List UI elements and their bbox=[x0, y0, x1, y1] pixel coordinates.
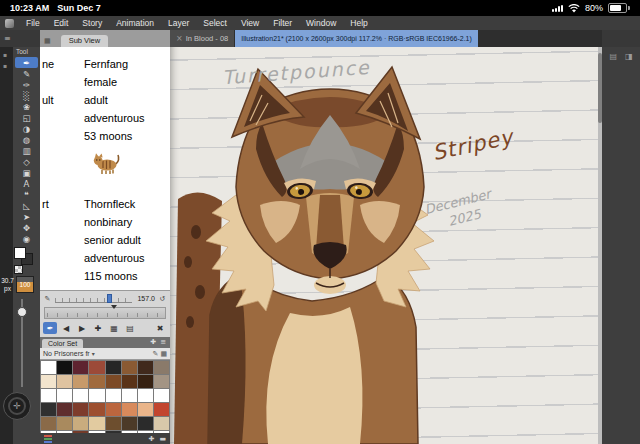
color-swatch[interactable] bbox=[57, 403, 72, 416]
color-swatch[interactable] bbox=[41, 375, 56, 388]
color-swatch[interactable] bbox=[106, 375, 121, 388]
color-swatch[interactable] bbox=[138, 417, 153, 430]
tool-property-slider-thumb[interactable] bbox=[107, 294, 112, 303]
next-step-icon[interactable]: ▶ bbox=[75, 322, 89, 334]
menu-item-window[interactable]: Window bbox=[299, 18, 343, 28]
frame-tool[interactable]: ▣ bbox=[15, 167, 38, 178]
prev-step-icon[interactable]: ◀ bbox=[59, 322, 73, 334]
subview-panel[interactable]: Fernfangfemaleadultadventurous53 moons T… bbox=[40, 47, 170, 290]
close-tab-icon[interactable]: × bbox=[176, 34, 183, 43]
color-swatch[interactable] bbox=[154, 389, 169, 402]
eraser-tool[interactable]: ◱ bbox=[15, 112, 38, 123]
menu-item-edit[interactable]: Edit bbox=[47, 18, 76, 28]
figure-tool[interactable]: ◇ bbox=[15, 156, 38, 167]
add-palette-icon[interactable]: ✚ bbox=[150, 338, 156, 346]
companion-wheel[interactable]: ✛ bbox=[3, 392, 31, 420]
grid-view-icon[interactable]: ▦ bbox=[107, 322, 121, 334]
fill-tool[interactable]: ◍ bbox=[15, 134, 38, 145]
color-swatch[interactable] bbox=[122, 361, 137, 374]
menu-item-select[interactable]: Select bbox=[196, 18, 234, 28]
color-swatch[interactable] bbox=[73, 389, 88, 402]
add-preset-icon[interactable]: ✚ bbox=[91, 322, 105, 334]
menu-item-file[interactable]: File bbox=[19, 18, 47, 28]
color-swatch[interactable] bbox=[73, 417, 88, 430]
color-swatch[interactable] bbox=[57, 361, 72, 374]
color-swatch[interactable] bbox=[41, 403, 56, 416]
color-swatch[interactable] bbox=[138, 389, 153, 402]
tab-in-blood[interactable]: × In Blood - 08 bbox=[170, 30, 234, 47]
menu-item-layer[interactable]: Layer bbox=[161, 18, 196, 28]
color-swatch[interactable] bbox=[138, 375, 153, 388]
color-swatch[interactable] bbox=[106, 389, 121, 402]
scale-marker[interactable] bbox=[111, 305, 117, 309]
menu-item-help[interactable]: Help bbox=[343, 18, 374, 28]
add-color-icon[interactable]: ✚ bbox=[149, 435, 155, 443]
dock-toggle-icon[interactable]: ▪ bbox=[3, 51, 7, 58]
color-swatch[interactable] bbox=[57, 375, 72, 388]
subview-grid-icon[interactable]: ▦ bbox=[44, 37, 51, 45]
canvas-artwork[interactable] bbox=[170, 47, 440, 444]
color-swatch[interactable] bbox=[154, 361, 169, 374]
delete-icon[interactable]: ✖ bbox=[153, 322, 167, 334]
move-tool[interactable]: ✥ bbox=[15, 222, 38, 233]
pencil-tool[interactable]: ✎ bbox=[15, 68, 38, 79]
color-swatch[interactable] bbox=[154, 417, 169, 430]
canvas[interactable]: Turretpounce Stripey December 2025 bbox=[170, 47, 602, 444]
slider-knob[interactable] bbox=[17, 307, 27, 317]
color-swatch[interactable] bbox=[106, 417, 121, 430]
color-swatch[interactable] bbox=[57, 417, 72, 430]
color-swatch[interactable] bbox=[89, 361, 104, 374]
blend-tool[interactable]: ◑ bbox=[15, 123, 38, 134]
hamburger-menu-icon[interactable]: ≡ bbox=[4, 34, 11, 43]
reset-icon[interactable]: ↺ bbox=[158, 295, 167, 303]
color-swatch[interactable] bbox=[122, 417, 137, 430]
pen-tool[interactable]: ✒ bbox=[15, 57, 38, 68]
airbrush-tool[interactable]: ░ bbox=[15, 90, 38, 101]
eyedropper-tool[interactable]: ◉ bbox=[15, 233, 38, 244]
color-swatch[interactable] bbox=[73, 361, 88, 374]
color-swatch[interactable] bbox=[122, 389, 137, 402]
menu-item-filter[interactable]: Filter bbox=[266, 18, 299, 28]
menu-item-view[interactable]: View bbox=[234, 18, 266, 28]
edit-palette-icon[interactable]: ✎ bbox=[153, 350, 159, 358]
color-swatch[interactable] bbox=[73, 375, 88, 388]
color-swatch[interactable] bbox=[106, 361, 121, 374]
color-swatch[interactable] bbox=[122, 375, 137, 388]
color-swatch[interactable] bbox=[41, 361, 56, 374]
foreground-color-chip[interactable] bbox=[14, 247, 26, 259]
operation-tool[interactable]: ➤ bbox=[15, 211, 38, 222]
tool-property-slider[interactable] bbox=[55, 294, 132, 303]
brush-tool[interactable]: ✑ bbox=[15, 79, 38, 90]
balloon-tool[interactable]: ❝ bbox=[15, 189, 38, 200]
menu-item-animation[interactable]: Animation bbox=[109, 18, 161, 28]
palette-dock-icon[interactable]: ▪ bbox=[3, 62, 7, 69]
color-swatch[interactable] bbox=[57, 389, 72, 402]
ruler-tool[interactable]: ◺ bbox=[15, 200, 38, 211]
app-logo-icon[interactable] bbox=[5, 19, 14, 28]
tab-color-set[interactable]: Color Set bbox=[42, 339, 83, 348]
color-swatch[interactable] bbox=[138, 403, 153, 416]
material-panel-icon[interactable]: ▤ bbox=[609, 52, 617, 61]
palette-settings-icon[interactable]: ▦ bbox=[160, 350, 167, 358]
tab-illustration21[interactable]: Illustration21* (2100 x 2600px 300dpi 11… bbox=[234, 30, 478, 47]
color-swatch[interactable] bbox=[106, 403, 121, 416]
color-swatch[interactable] bbox=[89, 403, 104, 416]
color-swatch[interactable] bbox=[73, 403, 88, 416]
palette-selector[interactable]: No Prisoners fr ▾ ✎ ▦ bbox=[40, 348, 170, 360]
color-swatch[interactable] bbox=[41, 389, 56, 402]
gradient-tool[interactable]: ▥ bbox=[15, 145, 38, 156]
color-swatch[interactable] bbox=[122, 403, 137, 416]
menu-item-story[interactable]: Story bbox=[75, 18, 109, 28]
transparent-color-chip[interactable] bbox=[14, 265, 23, 274]
layer-panel-icon[interactable]: ◨ bbox=[625, 52, 633, 61]
color-swatch[interactable] bbox=[89, 375, 104, 388]
brush-size-slider-vertical[interactable] bbox=[17, 299, 27, 387]
list-view-icon[interactable]: ▤ bbox=[123, 322, 137, 334]
remove-color-icon[interactable]: ▬ bbox=[159, 435, 166, 443]
palette-menu-icon[interactable]: ≡ bbox=[160, 338, 166, 346]
color-swatch[interactable] bbox=[41, 417, 56, 430]
size-scale-bar[interactable] bbox=[44, 307, 166, 319]
decoration-tool[interactable]: ❀ bbox=[15, 101, 38, 112]
color-swatch[interactable] bbox=[89, 417, 104, 430]
brush-tip-icon[interactable]: ✒ bbox=[43, 322, 57, 334]
